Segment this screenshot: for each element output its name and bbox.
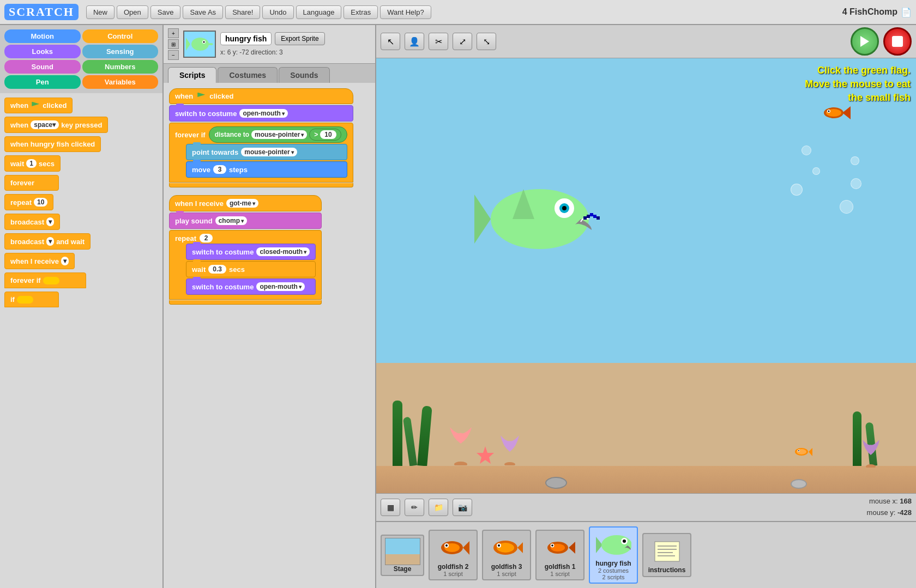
camera-tool-btn[interactable]: 📷 [453, 499, 472, 516]
save-button[interactable]: Save [150, 5, 181, 19]
scissors-tool[interactable]: ✂ [429, 33, 448, 50]
category-control[interactable]: Control [82, 29, 159, 43]
save-as-button[interactable]: Save As [183, 5, 223, 19]
extras-button[interactable]: Extras [343, 5, 378, 19]
duplicate-tool[interactable]: 👤 [405, 33, 424, 50]
repeat-block[interactable]: repeat 2 switch to costume closed-mouth … [169, 230, 322, 300]
block-move-steps[interactable]: move 3 steps [186, 161, 347, 178]
tab-costumes[interactable]: Costumes [218, 67, 278, 83]
tab-sounds[interactable]: Sounds [279, 67, 329, 83]
open-button[interactable]: Open [117, 5, 148, 19]
block-switch-costume-1[interactable]: switch to costume open-mouth [169, 105, 353, 122]
tabs: Scripts Costumes Sounds [164, 64, 375, 83]
new-button[interactable]: New [86, 5, 114, 19]
sand-floor [376, 466, 916, 493]
hungry-fish-thumb [594, 530, 632, 560]
receive-dropdown[interactable]: got-me [226, 199, 258, 208]
block-broadcast[interactable]: broadcast ▾ [4, 214, 60, 230]
starfish [474, 445, 496, 469]
instructions-name: instructions [648, 566, 686, 574]
block-when-receive[interactable]: when I receive got-me [169, 195, 322, 211]
block-when-sprite-clicked[interactable]: when hungry fish clicked [4, 136, 101, 152]
sprite-selector: Stage goldfish 2 1 script [376, 521, 916, 588]
zoom-out-btn[interactable]: − [168, 50, 179, 60]
script-2: when I receive got-me play sound chomp r… [169, 195, 322, 305]
block-wait[interactable]: wait 1 secs [4, 155, 61, 172]
block-forever-if[interactable]: forever if [4, 272, 86, 288]
block-wait-03[interactable]: wait 0.3 secs [186, 261, 316, 277]
block-broadcast-wait[interactable]: broadcast ▾ and wait [4, 233, 91, 250]
sprite-card-goldfish1[interactable]: goldfish 1 1 script [535, 530, 584, 580]
cursor-tool[interactable]: ↖ [381, 33, 400, 50]
zoom-in-btn[interactable]: + [168, 28, 179, 38]
green-flag-button[interactable] [851, 27, 879, 56]
help-button[interactable]: Want Help? [380, 5, 431, 19]
block-if[interactable]: if [4, 292, 59, 307]
block-when-clicked[interactable]: when clicked [4, 98, 73, 113]
repeat-header: repeat 2 [175, 234, 316, 243]
svg-marker-23 [477, 446, 494, 464]
category-motion[interactable]: Motion [4, 29, 81, 43]
zoom-fit-btn[interactable]: ⊞ [168, 39, 179, 49]
svg-point-48 [623, 539, 626, 543]
distance-to-dropdown[interactable]: mouse-pointer [251, 130, 307, 139]
svg-point-0 [191, 38, 209, 51]
paint-tool-btn[interactable]: ✏ [405, 499, 424, 516]
forever-if-block[interactable]: forever if distance to mouse-pointer > 1… [169, 123, 353, 183]
svg-marker-10 [474, 195, 491, 244]
costume-dropdown-open[interactable]: open-mouth [256, 282, 304, 291]
tab-scripts[interactable]: Scripts [168, 67, 216, 83]
language-button[interactable]: Language [296, 5, 342, 19]
middle-panel: + ⊞ − hungry fish Export Sprite [164, 25, 376, 588]
instructions-thumb [648, 536, 686, 566]
undo-button[interactable]: Undo [262, 5, 293, 19]
category-sensing[interactable]: Sensing [82, 45, 159, 58]
export-sprite-button[interactable]: Export Sprite [275, 32, 324, 45]
sprite-card-goldfish2[interactable]: goldfish 2 1 script [429, 530, 478, 580]
point-towards-dropdown[interactable]: mouse-pointer [241, 148, 297, 156]
category-sound[interactable]: Sound [4, 60, 81, 74]
category-variables[interactable]: Variables [82, 75, 159, 89]
block-when-receive[interactable]: when I receive ▾ [4, 253, 75, 269]
svg-rect-19 [593, 215, 596, 218]
folder-tool-btn[interactable]: 📁 [429, 499, 448, 516]
sprite-card-instructions[interactable]: instructions [642, 533, 691, 577]
seaweed-3 [417, 406, 432, 466]
costume-dropdown-1[interactable]: open-mouth [239, 109, 287, 118]
category-looks[interactable]: Looks [4, 45, 81, 58]
costume-dropdown-closed[interactable]: closed-mouth [256, 247, 310, 256]
category-pen[interactable]: Pen [4, 75, 81, 89]
svg-rect-17 [587, 215, 590, 218]
stage-view-btn[interactable]: ▦ [381, 499, 400, 516]
stop-button[interactable] [883, 27, 912, 56]
stage-label: Stage [394, 565, 412, 573]
sprite-card-goldfish3[interactable]: goldfish 3 1 script [482, 530, 531, 580]
sound-dropdown[interactable]: chomp [215, 216, 247, 225]
block-switch-costume-closed[interactable]: switch to costume closed-mouth [186, 244, 316, 260]
svg-point-46 [601, 535, 631, 555]
svg-point-24 [866, 464, 876, 468]
block-play-sound[interactable]: play sound chomp [169, 213, 322, 229]
stage-card[interactable]: Stage [381, 535, 424, 576]
block-when-key-pressed[interactable]: when space▾ key pressed [4, 117, 108, 133]
block-forever[interactable]: forever [4, 175, 59, 191]
block-switch-costume-open[interactable]: switch to costume open-mouth [186, 278, 316, 295]
scripts-area[interactable]: when clicked switch to costume open-mout… [164, 83, 375, 588]
expand-tool[interactable]: ⤢ [453, 33, 472, 50]
bubble [812, 167, 820, 175]
shrink-tool[interactable]: ⤡ [477, 33, 496, 50]
coral-2 [496, 433, 523, 467]
svg-point-14 [562, 206, 567, 210]
category-numbers[interactable]: Numbers [82, 60, 159, 74]
svg-point-21 [454, 462, 467, 465]
svg-point-9 [828, 111, 830, 112]
block-point-towards[interactable]: point towards mouse-pointer [186, 144, 347, 160]
share-button[interactable]: Share! [225, 5, 260, 19]
block-when-clicked[interactable]: when clicked [169, 88, 353, 104]
svg-rect-18 [590, 213, 593, 216]
scratch-logo: SCRATCH [4, 4, 79, 20]
sprite-card-hungry-fish[interactable]: hungry fish 2 costumes2 scripts [589, 526, 638, 584]
svg-marker-40 [569, 542, 575, 554]
block-repeat[interactable]: repeat 10 [4, 194, 53, 210]
goldfish3-info: 1 script [497, 571, 516, 577]
